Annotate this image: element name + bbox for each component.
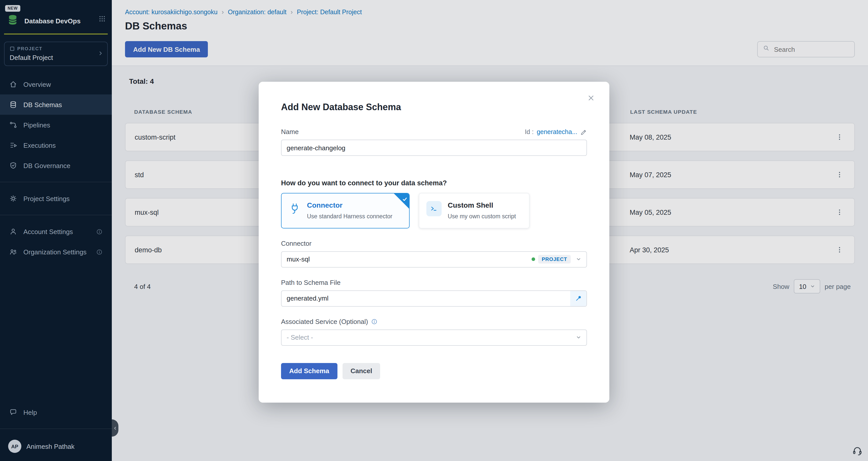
close-icon[interactable]: [586, 93, 596, 105]
connector-plug-icon: [289, 203, 301, 215]
cancel-button[interactable]: Cancel: [343, 363, 380, 379]
connector-value: mux-sql: [287, 256, 532, 263]
connector-label: Connector: [281, 240, 587, 247]
option-title: Connector: [307, 201, 392, 209]
service-label-row: Associated Service (Optional): [281, 318, 587, 325]
option-text: Custom Shell Use my own custom script: [448, 201, 516, 220]
schema-id-row: Id : generatecha...: [525, 128, 587, 136]
info-icon[interactable]: [371, 318, 378, 325]
path-input-wrap: [281, 290, 587, 307]
scope-chip: PROJECT: [538, 255, 571, 264]
status-dot-icon: [532, 258, 535, 261]
app-root: NEW Database DevOps: [0, 0, 868, 461]
option-subtitle: Use standard Harness connector: [307, 213, 392, 220]
schema-path-input[interactable]: [281, 290, 587, 307]
option-connector[interactable]: Connector Use standard Harness connector: [281, 193, 410, 228]
id-label: Id :: [525, 128, 534, 136]
pin-icon[interactable]: [570, 291, 586, 306]
option-custom-shell[interactable]: Custom Shell Use my own custom script: [419, 193, 530, 228]
service-label: Associated Service (Optional): [281, 318, 368, 325]
service-placeholder: - Select -: [287, 334, 576, 341]
name-field-row: Name Id : generatecha...: [281, 128, 587, 136]
connector-select[interactable]: mux-sql PROJECT: [281, 251, 587, 268]
name-label: Name: [281, 128, 299, 136]
terminal-icon: [426, 201, 442, 216]
option-subtitle: Use my own custom script: [448, 213, 516, 220]
option-title: Custom Shell: [448, 201, 516, 209]
service-select[interactable]: - Select -: [281, 330, 587, 346]
connection-question: How do you want to connect to your data …: [281, 179, 587, 187]
option-text: Connector Use standard Harness connector: [307, 201, 392, 220]
check-icon: [402, 195, 408, 204]
schema-name-input[interactable]: [281, 140, 587, 156]
path-label: Path to Schema File: [281, 279, 587, 286]
id-value-link[interactable]: generatecha...: [537, 128, 577, 136]
add-schema-modal: Add New Database Schema Name Id : genera…: [259, 82, 609, 403]
add-schema-button[interactable]: Add Schema: [281, 363, 337, 379]
chevron-down-icon: [576, 335, 581, 340]
modal-actions: Add Schema Cancel: [281, 363, 587, 379]
edit-pencil-icon[interactable]: [580, 129, 587, 135]
connection-options: Connector Use standard Harness connector: [281, 193, 587, 228]
modal-title: Add New Database Schema: [281, 102, 587, 113]
resource-center-icon[interactable]: [852, 445, 863, 458]
chevron-down-icon: [576, 257, 581, 262]
